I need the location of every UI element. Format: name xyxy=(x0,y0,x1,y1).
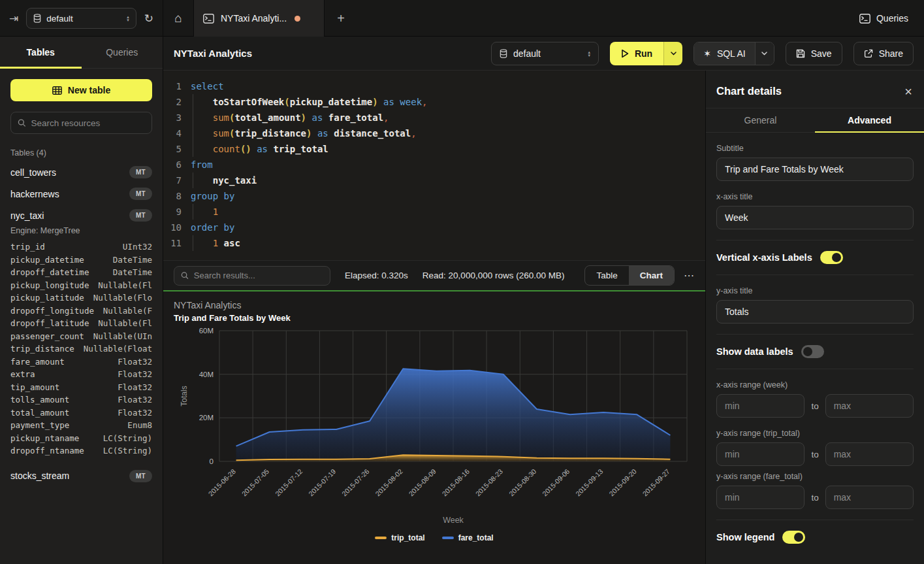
column-type: Float32 xyxy=(118,408,152,418)
chart-legend: trip_totalfare_total xyxy=(174,533,695,542)
database-selector[interactable]: default ▴▾ xyxy=(26,8,136,29)
xaxis-range-max-field[interactable] xyxy=(825,394,914,418)
database-selector-value: default xyxy=(46,14,73,24)
close-icon[interactable]: × xyxy=(904,87,912,96)
editor-line: 2 toStartOfWeek(pickup_datetime) as week… xyxy=(163,94,705,110)
panel-tab-general[interactable]: General xyxy=(706,108,815,132)
database-icon xyxy=(500,49,507,58)
table-row[interactable]: stocks_streamMT xyxy=(0,465,163,487)
sql-editor[interactable]: 1select2 toStartOfWeek(pickup_datetime) … xyxy=(163,71,705,260)
divider xyxy=(716,520,914,520)
svg-text:Week: Week xyxy=(443,516,464,525)
column-type: DateTime xyxy=(113,267,152,278)
panel-header: Chart details × xyxy=(706,71,924,108)
divider xyxy=(716,240,914,241)
column-type: Nullable(UIn xyxy=(93,331,152,342)
yaxis-range-fare-total-row: to xyxy=(716,486,914,509)
column-row: dropoff_latitudeNullable(Fl xyxy=(0,317,163,330)
column-name: fare_amount xyxy=(10,357,65,367)
results-bar: Elapsed: 0.320s Read: 20,000,000 rows (2… xyxy=(163,260,705,290)
share-button[interactable]: Share xyxy=(853,42,914,65)
xaxis-range-min-field[interactable] xyxy=(716,394,805,418)
legend-swatch xyxy=(442,537,454,539)
yaxis-range-fare-total-min-field[interactable] xyxy=(716,486,805,509)
show-legend-toggle[interactable] xyxy=(782,531,805,544)
view-toggle: Table Chart xyxy=(584,265,675,286)
legend-item-trip_total[interactable]: trip_total xyxy=(375,533,424,542)
sidebar-tab-queries[interactable]: Queries xyxy=(82,37,163,68)
column-name: pickup_latitude xyxy=(10,293,84,303)
sidebar-tab-tables[interactable]: Tables xyxy=(0,37,82,68)
column-row: trip_distanceNullable(Float xyxy=(0,342,163,356)
svg-text:2015-07-12: 2015-07-12 xyxy=(274,467,304,498)
toolbar-database-selector[interactable]: default ▴▾ xyxy=(491,42,599,65)
save-button[interactable]: Save xyxy=(786,42,842,65)
column-type: DateTime xyxy=(113,255,152,265)
run-options-button[interactable] xyxy=(663,42,682,65)
queries-button[interactable]: Queries xyxy=(859,0,908,37)
new-tab-button[interactable]: + xyxy=(325,0,357,37)
tab-strip: ⌂ NYTaxi Analyti... + xyxy=(163,0,357,37)
more-options-icon[interactable]: ⋯ xyxy=(684,269,695,282)
subtitle-field[interactable] xyxy=(716,158,914,181)
svg-text:2015-08-16: 2015-08-16 xyxy=(441,467,471,498)
show-data-labels-toggle[interactable] xyxy=(801,345,824,358)
table-grid-icon xyxy=(52,86,62,95)
table-row[interactable]: cell_towersMT xyxy=(0,161,163,183)
sql-ai-options-button[interactable] xyxy=(755,42,774,65)
line-number: 8 xyxy=(163,188,182,204)
column-row: dropoff_ntanameLC(String) xyxy=(0,444,163,457)
sparkle-icon: ✶ xyxy=(703,48,711,59)
show-legend-row: Show legend xyxy=(716,531,914,544)
home-button[interactable]: ⌂ xyxy=(163,0,194,37)
yaxis-range-trip-total-min-field[interactable] xyxy=(716,442,805,466)
vertical-xaxis-labels-row: Vertical x-axis Labels xyxy=(716,251,914,264)
column-row: pickup_ntanameLC(String) xyxy=(0,432,163,445)
new-table-button[interactable]: New table xyxy=(10,79,152,101)
new-table-label: New table xyxy=(68,85,110,95)
table-row[interactable]: nyc_taxiMT xyxy=(0,205,163,226)
search-icon xyxy=(181,271,189,280)
view-tab-chart[interactable]: Chart xyxy=(629,266,674,285)
read-stat: Read: 20,000,000 rows (260.00 MB) xyxy=(422,271,565,280)
line-number: 3 xyxy=(163,110,182,125)
yaxis-title-field[interactable] xyxy=(716,300,914,323)
tables-list: cell_towersMThackernewsMTnyc_taxiMTEngin… xyxy=(0,161,163,487)
column-name: pickup_longitude xyxy=(10,280,89,291)
column-row: payment_typeEnum8 xyxy=(0,419,163,432)
search-icon xyxy=(18,118,26,127)
results-search-input[interactable] xyxy=(194,271,323,280)
column-row: tip_amountFloat32 xyxy=(0,381,163,394)
collapse-sidebar-icon[interactable]: ⇥ xyxy=(9,12,18,25)
table-row[interactable]: hackernewsMT xyxy=(0,183,163,205)
yaxis-range-trip-total-row: to xyxy=(716,442,914,466)
yaxis-range-trip-total-max-field[interactable] xyxy=(825,442,914,466)
console-icon xyxy=(203,14,214,24)
query-tab[interactable]: NYTaxi Analyti... xyxy=(194,0,325,37)
column-row: passenger_countNullable(UIn xyxy=(0,330,163,343)
chevron-down-icon xyxy=(761,52,767,56)
column-row: pickup_latitudeNullable(Flo xyxy=(0,291,163,305)
yaxis-range-fare-total-max-field[interactable] xyxy=(825,486,914,509)
xaxis-title-field[interactable] xyxy=(716,206,914,229)
column-type: Nullable(F xyxy=(103,306,152,316)
column-type: Float32 xyxy=(118,357,152,367)
resource-search-input[interactable] xyxy=(31,118,145,128)
svg-text:0: 0 xyxy=(210,457,214,465)
sql-ai-button[interactable]: ✶ SQL AI xyxy=(694,42,755,65)
panel-tabs: General Advanced xyxy=(706,108,924,133)
refresh-icon[interactable]: ↻ xyxy=(144,12,153,25)
column-row: dropoff_longitudeNullable(F xyxy=(0,305,163,318)
svg-text:2015-09-20: 2015-09-20 xyxy=(607,467,638,498)
query-title: NYTaxi Analytics xyxy=(174,48,252,59)
panel-tab-advanced[interactable]: Advanced xyxy=(815,108,924,132)
vertical-xaxis-labels-toggle[interactable] xyxy=(820,251,843,264)
legend-item-fare_total[interactable]: fare_total xyxy=(442,533,494,542)
panel-title: Chart details xyxy=(716,85,782,97)
view-tab-table[interactable]: Table xyxy=(585,266,628,285)
column-type: Nullable(Fl xyxy=(98,318,152,329)
range-to-label: to xyxy=(811,493,818,503)
svg-text:Totals: Totals xyxy=(180,386,189,406)
run-button[interactable]: Run xyxy=(610,42,663,65)
column-row: total_amountFloat32 xyxy=(0,406,163,420)
